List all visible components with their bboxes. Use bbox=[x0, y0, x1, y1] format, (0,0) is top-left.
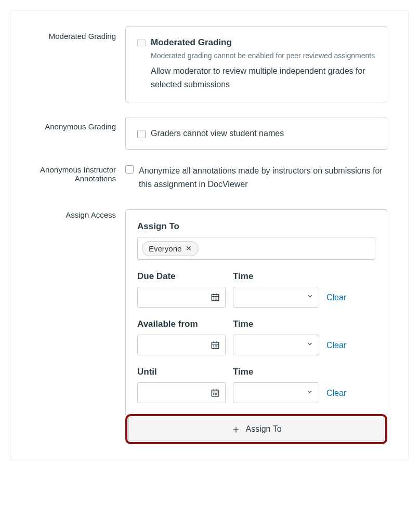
svg-rect-10 bbox=[212, 342, 219, 349]
anonymous-grading-panel: Graders cannot view student names bbox=[125, 117, 387, 150]
anon-instructor-checkbox-label: Anonymize all annotations made by instru… bbox=[139, 164, 387, 191]
anon-instructor-row: Anonymous Instructor Annotations Anonymi… bbox=[21, 164, 387, 191]
due-time-input[interactable] bbox=[233, 287, 319, 308]
due-clear-link[interactable]: Clear bbox=[326, 293, 346, 308]
anonymous-grading-row: Anonymous Grading Graders cannot view st… bbox=[21, 117, 387, 150]
moderated-grading-label: Moderated Grading bbox=[21, 26, 125, 41]
svg-rect-20 bbox=[212, 390, 219, 396]
until-time-label: Time bbox=[233, 367, 319, 377]
anonymous-grading-label: Anonymous Grading bbox=[21, 117, 125, 131]
calendar-icon bbox=[211, 292, 220, 302]
available-from-time-input[interactable] bbox=[233, 335, 319, 355]
token-remove-icon[interactable]: ✕ bbox=[186, 244, 192, 252]
anon-instructor-label: Anonymous Instructor Annotations bbox=[21, 164, 125, 183]
available-from-label: Available from bbox=[137, 319, 226, 329]
svg-rect-0 bbox=[212, 295, 219, 301]
moderated-grading-checkbox-title: Moderated Grading bbox=[151, 37, 375, 48]
assign-to-token: Everyone ✕ bbox=[142, 241, 199, 256]
add-assign-to-highlight: ＋ Assign To bbox=[125, 414, 387, 444]
assign-to-field[interactable]: Everyone ✕ bbox=[137, 237, 375, 260]
available-from-time-label: Time bbox=[233, 319, 319, 329]
moderated-grading-row: Moderated Grading Moderated Grading Mode… bbox=[21, 26, 387, 102]
calendar-icon bbox=[211, 340, 220, 350]
plus-icon: ＋ bbox=[231, 424, 241, 434]
anonymous-grading-checkbox[interactable] bbox=[137, 130, 146, 138]
moderated-grading-disabled-note: Moderated grading cannot be enabled for … bbox=[151, 50, 375, 61]
token-text: Everyone bbox=[149, 244, 181, 253]
assign-panel: Assign To Everyone ✕ Due Date bbox=[125, 209, 387, 415]
chevron-down-icon bbox=[306, 292, 313, 302]
calendar-icon bbox=[211, 388, 220, 397]
until-label: Until bbox=[137, 367, 226, 377]
moderated-grading-description: Allow moderator to review multiple indep… bbox=[151, 64, 375, 91]
assign-to-label: Assign To bbox=[137, 221, 375, 232]
available-from-clear-link[interactable]: Clear bbox=[326, 341, 346, 355]
until-clear-link[interactable]: Clear bbox=[326, 389, 346, 403]
available-from-date-input[interactable] bbox=[137, 335, 226, 355]
due-date-label: Due Date bbox=[137, 271, 226, 282]
moderated-grading-panel: Moderated Grading Moderated grading cann… bbox=[125, 26, 387, 102]
available-from-row: Available from Time bbox=[137, 319, 375, 355]
chevron-down-icon bbox=[306, 388, 313, 397]
due-date-input[interactable] bbox=[137, 287, 226, 308]
until-row: Until Time bbox=[137, 367, 375, 403]
anonymous-grading-checkbox-label: Graders cannot view student names bbox=[151, 127, 284, 140]
add-assign-to-button[interactable]: ＋ Assign To bbox=[128, 417, 384, 441]
add-assign-to-label: Assign To bbox=[245, 424, 281, 434]
due-date-row: Due Date Time bbox=[137, 271, 375, 308]
assign-access-label: Assign Access bbox=[21, 209, 125, 219]
until-time-input[interactable] bbox=[233, 382, 319, 403]
until-date-input[interactable] bbox=[137, 382, 226, 403]
chevron-down-icon bbox=[306, 340, 313, 350]
assign-access-row: Assign Access Assign To Everyone ✕ Due D… bbox=[21, 209, 387, 444]
moderated-grading-checkbox bbox=[137, 39, 146, 47]
due-time-label: Time bbox=[233, 271, 319, 282]
anon-instructor-checkbox[interactable] bbox=[125, 165, 134, 174]
